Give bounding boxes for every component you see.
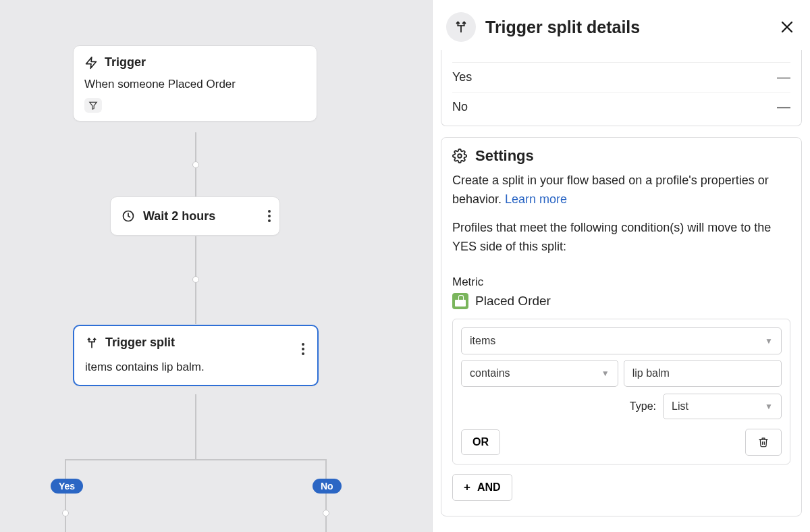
- connector-dot: [192, 276, 199, 283]
- wait-node[interactable]: Wait 2 hours: [110, 196, 280, 236]
- connector: [65, 459, 66, 532]
- stat-yes-label: Yes: [452, 70, 472, 84]
- wait-label: Wait 2 hours: [143, 209, 215, 223]
- stat-row-no: No —: [452, 92, 790, 122]
- wait-more-button[interactable]: [267, 209, 271, 223]
- split-description: items contains lip balm.: [85, 361, 306, 374]
- condition-type-select[interactable]: List ▼: [663, 394, 782, 419]
- settings-description: Create a split in your flow based on a p…: [452, 171, 790, 209]
- settings-desc-text: Create a split in your flow based on a p…: [452, 174, 769, 206]
- clock-icon: [122, 209, 135, 223]
- connector: [195, 394, 196, 459]
- svg-marker-1: [90, 102, 97, 109]
- close-button[interactable]: [779, 19, 795, 35]
- connector-dot: [62, 510, 69, 516]
- metric-name: Placed Order: [475, 294, 551, 309]
- metric-row: Placed Order: [452, 293, 790, 309]
- details-panel: Trigger split details Waiting Yes — No —…: [432, 0, 810, 532]
- settings-section: Settings Create a split in your flow bas…: [441, 137, 802, 516]
- panel-header: Trigger split details: [433, 0, 810, 54]
- flow-canvas[interactable]: Trigger When someone Placed Order Wait 2…: [0, 0, 432, 532]
- split-icon: [446, 12, 476, 42]
- stat-row-yes: Yes —: [452, 62, 790, 92]
- learn-more-link[interactable]: Learn more: [505, 192, 567, 206]
- trigger-description: When someone Placed Order: [84, 78, 306, 91]
- lightning-icon: [84, 56, 98, 70]
- condition-value-text: lip balm: [632, 367, 670, 379]
- condition-field-select[interactable]: items ▼: [461, 327, 782, 354]
- stat-yes-value: —: [777, 70, 790, 85]
- and-label: AND: [477, 481, 501, 493]
- condition-operator-select[interactable]: contains ▼: [461, 360, 618, 387]
- svg-point-5: [268, 219, 271, 222]
- condition-group: items ▼ contains ▼ lip balm Type: List ▼: [452, 319, 790, 464]
- split-more-button[interactable]: [301, 342, 305, 356]
- connector-dot: [192, 161, 199, 168]
- svg-point-7: [302, 348, 304, 350]
- stats-section: Waiting Yes — No —: [441, 50, 802, 126]
- settings-heading: Settings: [475, 147, 534, 165]
- svg-point-11: [458, 154, 462, 158]
- stat-no-label: No: [452, 100, 468, 114]
- delete-condition-button[interactable]: [745, 429, 782, 456]
- connector: [65, 459, 327, 460]
- type-label: Type:: [630, 400, 656, 413]
- connector-dot: [323, 510, 329, 516]
- branch-yes-pill[interactable]: Yes: [51, 479, 83, 494]
- shopify-icon: [452, 293, 468, 309]
- condition-type-value: List: [672, 400, 688, 413]
- trigger-split-node[interactable]: Trigger split items contains lip balm.: [73, 325, 319, 386]
- or-button[interactable]: OR: [461, 429, 500, 455]
- chevron-down-icon: ▼: [601, 369, 610, 378]
- condition-field-value: items: [470, 335, 495, 347]
- branch-no-pill[interactable]: No: [313, 479, 342, 494]
- and-button[interactable]: +AND: [452, 474, 512, 501]
- svg-point-8: [302, 352, 304, 355]
- panel-title: Trigger split details: [485, 18, 770, 37]
- condition-intro: Profiles that meet the following conditi…: [452, 219, 790, 257]
- condition-operator-value: contains: [470, 367, 510, 379]
- svg-point-4: [268, 215, 271, 217]
- split-label: Trigger split: [105, 336, 175, 350]
- plus-icon: +: [464, 481, 470, 494]
- trigger-node[interactable]: Trigger When someone Placed Order: [73, 45, 317, 122]
- svg-marker-0: [86, 57, 97, 68]
- chevron-down-icon: ▼: [765, 402, 773, 411]
- connector: [325, 459, 327, 532]
- split-icon: [85, 336, 99, 350]
- metric-label: Metric: [452, 275, 790, 289]
- trigger-label: Trigger: [105, 55, 146, 70]
- chevron-down-icon: ▼: [765, 336, 773, 346]
- filter-icon[interactable]: [84, 98, 102, 113]
- svg-point-3: [268, 210, 271, 213]
- condition-value-input[interactable]: lip balm: [624, 360, 782, 387]
- stat-no-value: —: [777, 99, 790, 115]
- gear-icon: [452, 149, 467, 163]
- svg-point-6: [302, 343, 304, 346]
